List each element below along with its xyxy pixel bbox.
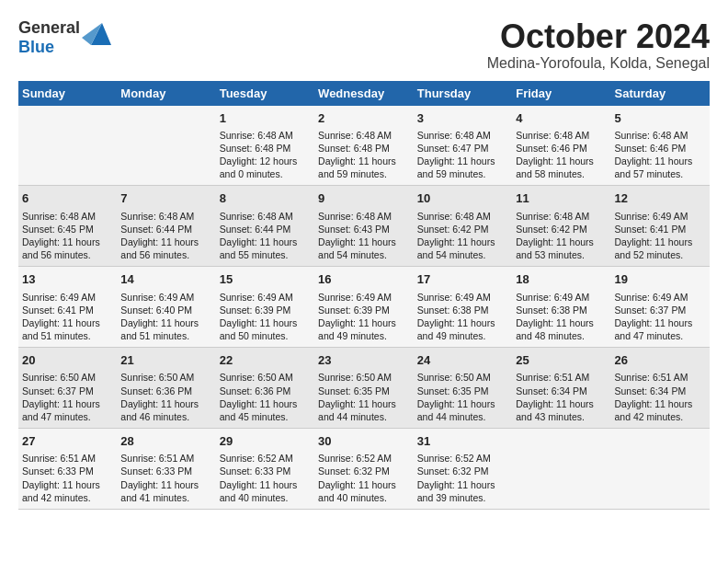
day-info: Sunrise: 6:48 AM Sunset: 6:44 PM Dayligh… <box>120 210 211 262</box>
calendar-cell: 25Sunrise: 6:51 AM Sunset: 6:34 PM Dayli… <box>512 348 610 429</box>
calendar-table: SundayMondayTuesdayWednesdayThursdayFrid… <box>18 81 710 510</box>
calendar-cell: 10Sunrise: 6:48 AM Sunset: 6:42 PM Dayli… <box>414 186 512 267</box>
day-number: 21 <box>120 352 211 369</box>
week-row-4: 20Sunrise: 6:50 AM Sunset: 6:37 PM Dayli… <box>18 348 710 429</box>
day-info: Sunrise: 6:49 AM Sunset: 6:41 PM Dayligh… <box>22 291 113 343</box>
calendar-cell: 18Sunrise: 6:49 AM Sunset: 6:38 PM Dayli… <box>512 267 610 348</box>
calendar-cell: 7Sunrise: 6:48 AM Sunset: 6:44 PM Daylig… <box>117 186 215 267</box>
calendar-cell: 17Sunrise: 6:49 AM Sunset: 6:38 PM Dayli… <box>414 267 512 348</box>
calendar-cell: 15Sunrise: 6:49 AM Sunset: 6:39 PM Dayli… <box>216 267 314 348</box>
day-info: Sunrise: 6:48 AM Sunset: 6:48 PM Dayligh… <box>220 129 311 181</box>
day-number: 4 <box>516 110 607 127</box>
calendar-cell: 31Sunrise: 6:52 AM Sunset: 6:32 PM Dayli… <box>414 429 512 510</box>
calendar-cell: 5Sunrise: 6:48 AM Sunset: 6:46 PM Daylig… <box>611 106 711 186</box>
calendar-cell: 30Sunrise: 6:52 AM Sunset: 6:32 PM Dayli… <box>314 429 414 510</box>
day-info: Sunrise: 6:49 AM Sunset: 6:37 PM Dayligh… <box>615 291 707 343</box>
day-number: 5 <box>615 110 707 127</box>
day-number: 23 <box>318 352 410 369</box>
col-header-friday: Friday <box>512 81 610 106</box>
day-info: Sunrise: 6:48 AM Sunset: 6:45 PM Dayligh… <box>22 210 113 262</box>
calendar-cell: 16Sunrise: 6:49 AM Sunset: 6:39 PM Dayli… <box>314 267 414 348</box>
calendar-cell: 29Sunrise: 6:52 AM Sunset: 6:33 PM Dayli… <box>216 429 314 510</box>
day-number: 9 <box>318 190 410 207</box>
month-title: October 2024 <box>487 18 710 55</box>
day-number: 19 <box>615 271 707 288</box>
calendar-body: 1Sunrise: 6:48 AM Sunset: 6:48 PM Daylig… <box>18 106 710 510</box>
col-header-saturday: Saturday <box>611 81 711 106</box>
calendar-cell: 3Sunrise: 6:48 AM Sunset: 6:47 PM Daylig… <box>414 106 512 186</box>
col-header-monday: Monday <box>117 81 215 106</box>
day-info: Sunrise: 6:50 AM Sunset: 6:35 PM Dayligh… <box>417 371 508 423</box>
day-info: Sunrise: 6:52 AM Sunset: 6:33 PM Dayligh… <box>220 452 311 504</box>
calendar-cell: 9Sunrise: 6:48 AM Sunset: 6:43 PM Daylig… <box>314 186 414 267</box>
logo-icon <box>82 19 111 49</box>
day-info: Sunrise: 6:51 AM Sunset: 6:33 PM Dayligh… <box>22 452 113 504</box>
day-info: Sunrise: 6:51 AM Sunset: 6:34 PM Dayligh… <box>615 371 707 423</box>
calendar-cell <box>18 106 117 186</box>
week-row-2: 6Sunrise: 6:48 AM Sunset: 6:45 PM Daylig… <box>18 186 710 267</box>
week-row-3: 13Sunrise: 6:49 AM Sunset: 6:41 PM Dayli… <box>18 267 710 348</box>
day-info: Sunrise: 6:51 AM Sunset: 6:33 PM Dayligh… <box>120 452 211 504</box>
col-header-thursday: Thursday <box>414 81 512 106</box>
calendar-cell: 23Sunrise: 6:50 AM Sunset: 6:35 PM Dayli… <box>314 348 414 429</box>
calendar-cell: 28Sunrise: 6:51 AM Sunset: 6:33 PM Dayli… <box>117 429 215 510</box>
day-number: 24 <box>417 352 508 369</box>
day-info: Sunrise: 6:49 AM Sunset: 6:39 PM Dayligh… <box>220 291 311 343</box>
day-info: Sunrise: 6:49 AM Sunset: 6:39 PM Dayligh… <box>318 291 410 343</box>
calendar-cell <box>611 429 711 510</box>
calendar-cell: 1Sunrise: 6:48 AM Sunset: 6:48 PM Daylig… <box>216 106 314 186</box>
calendar-cell: 20Sunrise: 6:50 AM Sunset: 6:37 PM Dayli… <box>18 348 117 429</box>
calendar-cell: 24Sunrise: 6:50 AM Sunset: 6:35 PM Dayli… <box>414 348 512 429</box>
day-info: Sunrise: 6:49 AM Sunset: 6:41 PM Dayligh… <box>615 210 707 262</box>
day-info: Sunrise: 6:50 AM Sunset: 6:36 PM Dayligh… <box>220 371 311 423</box>
calendar-cell: 13Sunrise: 6:49 AM Sunset: 6:41 PM Dayli… <box>18 267 117 348</box>
calendar-cell: 8Sunrise: 6:48 AM Sunset: 6:44 PM Daylig… <box>216 186 314 267</box>
calendar-cell: 14Sunrise: 6:49 AM Sunset: 6:40 PM Dayli… <box>117 267 215 348</box>
day-number: 26 <box>615 352 707 369</box>
day-info: Sunrise: 6:48 AM Sunset: 6:44 PM Dayligh… <box>220 210 311 262</box>
calendar-cell: 27Sunrise: 6:51 AM Sunset: 6:33 PM Dayli… <box>18 429 117 510</box>
day-number: 8 <box>220 190 311 207</box>
day-number: 30 <box>318 433 410 450</box>
day-number: 28 <box>120 433 211 450</box>
day-info: Sunrise: 6:50 AM Sunset: 6:35 PM Dayligh… <box>318 371 410 423</box>
location-subtitle: Medina-Yorofoula, Kolda, Senegal <box>487 55 710 72</box>
day-info: Sunrise: 6:50 AM Sunset: 6:36 PM Dayligh… <box>120 371 211 423</box>
week-row-5: 27Sunrise: 6:51 AM Sunset: 6:33 PM Dayli… <box>18 429 710 510</box>
day-info: Sunrise: 6:48 AM Sunset: 6:47 PM Dayligh… <box>417 129 508 181</box>
day-number: 11 <box>516 190 607 207</box>
day-info: Sunrise: 6:48 AM Sunset: 6:42 PM Dayligh… <box>516 210 607 262</box>
day-number: 20 <box>22 352 113 369</box>
day-number: 22 <box>220 352 311 369</box>
day-number: 3 <box>417 110 508 127</box>
day-number: 12 <box>615 190 707 207</box>
calendar-cell: 6Sunrise: 6:48 AM Sunset: 6:45 PM Daylig… <box>18 186 117 267</box>
calendar-cell: 2Sunrise: 6:48 AM Sunset: 6:48 PM Daylig… <box>314 106 414 186</box>
day-info: Sunrise: 6:48 AM Sunset: 6:48 PM Dayligh… <box>318 129 410 181</box>
day-info: Sunrise: 6:49 AM Sunset: 6:40 PM Dayligh… <box>120 291 211 343</box>
day-number: 15 <box>220 271 311 288</box>
day-number: 2 <box>318 110 410 127</box>
calendar-cell <box>117 106 215 186</box>
calendar-cell: 11Sunrise: 6:48 AM Sunset: 6:42 PM Dayli… <box>512 186 610 267</box>
day-number: 10 <box>417 190 508 207</box>
calendar-cell: 19Sunrise: 6:49 AM Sunset: 6:37 PM Dayli… <box>611 267 711 348</box>
logo-blue: Blue <box>18 38 54 56</box>
title-block: October 2024 Medina-Yorofoula, Kolda, Se… <box>487 18 710 72</box>
logo-general: General <box>18 18 80 37</box>
day-info: Sunrise: 6:48 AM Sunset: 6:42 PM Dayligh… <box>417 210 508 262</box>
day-number: 6 <box>22 190 113 207</box>
col-header-tuesday: Tuesday <box>216 81 314 106</box>
day-info: Sunrise: 6:52 AM Sunset: 6:32 PM Dayligh… <box>417 452 508 504</box>
day-number: 13 <box>22 271 113 288</box>
week-row-1: 1Sunrise: 6:48 AM Sunset: 6:48 PM Daylig… <box>18 106 710 186</box>
col-header-wednesday: Wednesday <box>314 81 414 106</box>
day-number: 27 <box>22 433 113 450</box>
day-number: 16 <box>318 271 410 288</box>
calendar-header: SundayMondayTuesdayWednesdayThursdayFrid… <box>18 81 710 106</box>
day-info: Sunrise: 6:50 AM Sunset: 6:37 PM Dayligh… <box>22 371 113 423</box>
day-info: Sunrise: 6:48 AM Sunset: 6:43 PM Dayligh… <box>318 210 410 262</box>
calendar-cell: 22Sunrise: 6:50 AM Sunset: 6:36 PM Dayli… <box>216 348 314 429</box>
day-info: Sunrise: 6:48 AM Sunset: 6:46 PM Dayligh… <box>615 129 707 181</box>
day-number: 14 <box>120 271 211 288</box>
